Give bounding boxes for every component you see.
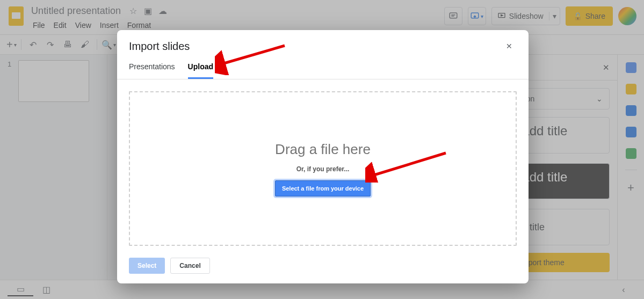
dialog-title: Import slides: [129, 40, 190, 53]
import-slides-dialog: Import slides ✕ Presentations Upload Dra…: [117, 30, 529, 283]
drop-subtext: Or, if you prefer...: [296, 165, 350, 173]
select-file-button[interactable]: Select a file from your device: [275, 180, 371, 196]
dialog-tabs: Presentations Upload: [117, 53, 529, 79]
cancel-button[interactable]: Cancel: [170, 258, 209, 274]
select-button[interactable]: Select: [129, 258, 165, 274]
upload-dropzone[interactable]: Drag a file here Or, if you prefer... Se…: [129, 91, 517, 246]
drop-heading: Drag a file here: [275, 141, 371, 158]
tab-presentations[interactable]: Presentations: [129, 62, 175, 79]
tab-upload[interactable]: Upload: [188, 62, 213, 79]
close-dialog-icon[interactable]: ✕: [502, 40, 517, 53]
